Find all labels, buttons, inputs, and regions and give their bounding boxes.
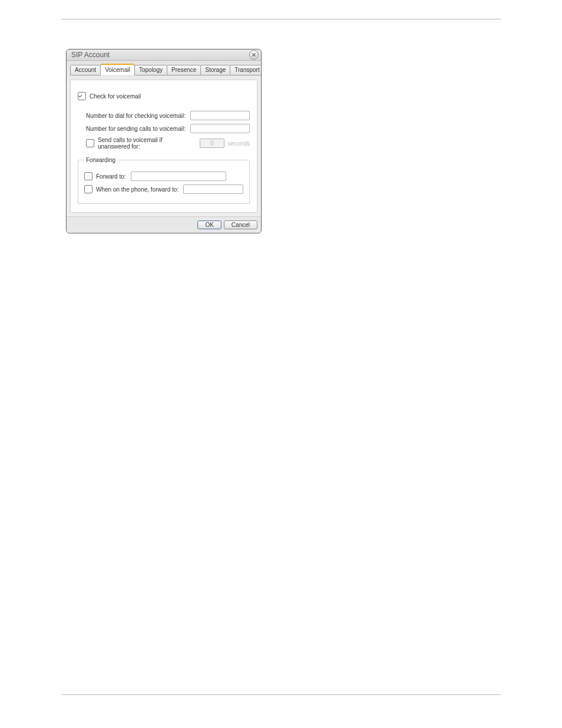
forwarding-legend: Forwarding: [84, 157, 117, 163]
close-button[interactable]: [249, 50, 259, 60]
tabstrip: Account Voicemail Topology Presence Stor…: [70, 64, 257, 75]
number-for-sending-input[interactable]: [190, 124, 250, 133]
sip-account-dialog: SIP Account Account Voicemail Topology P…: [66, 49, 262, 233]
forward-to-label: Forward to:: [96, 173, 126, 180]
tab-voicemail[interactable]: Voicemail: [100, 64, 135, 75]
tab-account[interactable]: Account: [70, 65, 101, 75]
check-for-voicemail-checkbox[interactable]: [78, 92, 86, 100]
forward-to-checkbox[interactable]: [84, 172, 92, 180]
check-icon: [78, 93, 82, 99]
when-on-phone-input[interactable]: [183, 185, 243, 194]
titlebar: SIP Account: [67, 50, 261, 61]
when-on-phone-label: When on the phone, forward to:: [96, 186, 178, 193]
send-unanswered-checkbox[interactable]: [86, 139, 94, 147]
cancel-button[interactable]: Cancel: [224, 220, 257, 229]
number-for-sending-label: Number for sending calls to voicemail:: [86, 126, 186, 132]
tab-topology[interactable]: Topology: [134, 65, 167, 75]
dialog-title: SIP Account: [71, 51, 110, 59]
tab-storage[interactable]: Storage: [200, 65, 230, 75]
top-divider: [61, 19, 501, 19]
tab-transport[interactable]: Transport: [230, 65, 262, 75]
send-unanswered-label: Send calls to voicemail if unanswered fo…: [98, 137, 195, 150]
forward-to-input[interactable]: [131, 172, 226, 181]
voicemail-panel: Check for voicemail Number to dial for c…: [70, 80, 257, 213]
ok-button[interactable]: OK: [197, 220, 221, 229]
close-icon: [252, 52, 256, 57]
when-on-phone-checkbox[interactable]: [84, 185, 92, 193]
send-unanswered-seconds-input[interactable]: 0: [200, 139, 224, 148]
number-to-dial-input[interactable]: [190, 111, 250, 120]
send-unanswered-unit: seconds: [228, 140, 250, 147]
tab-presence[interactable]: Presence: [167, 65, 201, 75]
check-for-voicemail-label: Check for voicemail: [90, 93, 141, 100]
dialog-button-row: OK Cancel: [67, 216, 261, 233]
forwarding-group: Forwarding Forward to: When on the phone…: [78, 157, 250, 204]
number-to-dial-label: Number to dial for checking voicemail:: [86, 113, 186, 119]
